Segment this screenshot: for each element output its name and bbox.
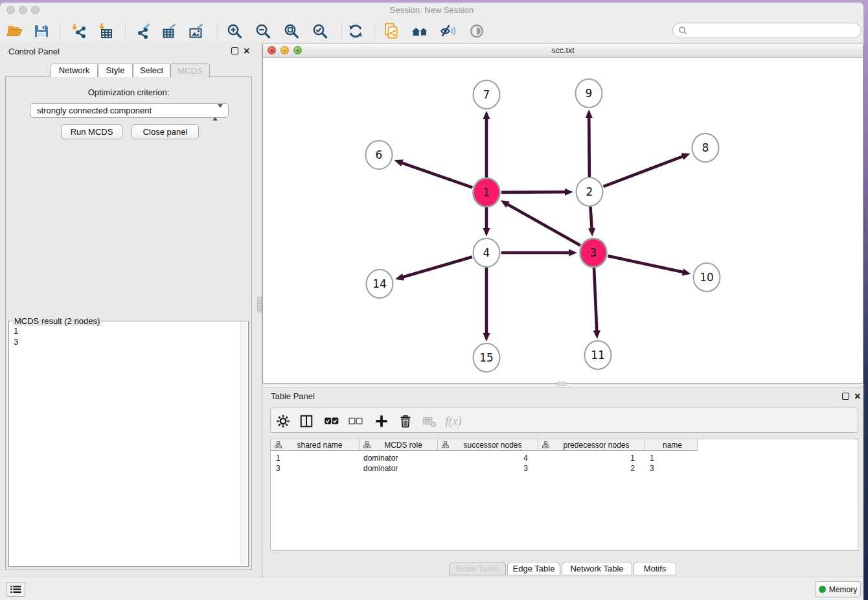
- tab-edge-table[interactable]: Edge Table: [507, 562, 560, 575]
- apply-layout-button[interactable]: [346, 21, 365, 41]
- graph-edge-1-6[interactable]: [394, 159, 473, 187]
- tab-style[interactable]: Style: [98, 63, 133, 77]
- open-session-button[interactable]: [5, 21, 24, 41]
- svg-text:3: 3: [590, 246, 597, 259]
- cell-predecessor-nodes[interactable]: 1: [538, 453, 635, 463]
- show-all-button[interactable]: [467, 21, 486, 41]
- graph-node-10[interactable]: 10: [694, 263, 720, 292]
- save-session-button[interactable]: [32, 21, 51, 41]
- show-column-panel-button[interactable]: [297, 413, 315, 430]
- graph-edge-3-1[interactable]: [501, 200, 580, 245]
- cell-shared-name[interactable]: 1: [276, 453, 357, 463]
- console-button[interactable]: [6, 582, 25, 597]
- column-header-predecessor-nodes[interactable]: predecessor nodes: [538, 439, 645, 451]
- horizontal-splitter-handle[interactable]: [557, 382, 566, 386]
- first-neighbors-button[interactable]: [410, 21, 429, 41]
- graph-node-8[interactable]: 8: [692, 133, 719, 162]
- import-network-button[interactable]: [69, 21, 89, 41]
- graph-edge-1-2[interactable]: [501, 189, 573, 196]
- graph-node-3[interactable]: 3: [580, 238, 607, 267]
- vertical-splitter-handle[interactable]: [257, 297, 262, 312]
- network-canvas[interactable]: 7968124314101511: [263, 58, 863, 383]
- cell-successor-nodes[interactable]: 4: [438, 453, 528, 463]
- float-panel-icon[interactable]: [231, 47, 238, 54]
- tab-node-table[interactable]: Node Table: [449, 562, 506, 575]
- run-mcds-button[interactable]: Run MCDS: [61, 124, 122, 139]
- column-header-mcds-role[interactable]: MCDS role: [360, 439, 438, 451]
- search-field[interactable]: [672, 23, 862, 38]
- graph-edge-3-11[interactable]: [593, 268, 600, 339]
- graph-node-9[interactable]: 9: [576, 79, 602, 108]
- cell-name[interactable]: 3: [650, 463, 695, 474]
- gray-eye-icon: [468, 23, 485, 40]
- tab-network-table[interactable]: Network Table: [562, 562, 632, 575]
- deselect-all-columns-button[interactable]: [347, 413, 365, 430]
- column-header-shared-name[interactable]: shared name: [271, 439, 360, 451]
- mcds-result-group: MCDS result (2 nodes) 1 3: [8, 321, 249, 567]
- function-builder-button[interactable]: f(x): [444, 413, 463, 430]
- graph-node-6[interactable]: 6: [366, 141, 393, 169]
- graph-edge-2-8[interactable]: [604, 153, 691, 187]
- optimization-criterion-select[interactable]: strongly connected component: [30, 103, 229, 118]
- zoom-in-button[interactable]: [225, 21, 244, 41]
- graph-node-14[interactable]: 14: [367, 270, 393, 298]
- graph-edge-1-7[interactable]: [483, 111, 490, 178]
- column-header-name[interactable]: name: [645, 439, 698, 451]
- float-table-panel-icon[interactable]: [842, 393, 849, 400]
- export-network-button[interactable]: [133, 21, 153, 41]
- cell-shared-name[interactable]: 3: [276, 463, 357, 474]
- cell-mcds-role[interactable]: dominator: [363, 453, 435, 463]
- close-panel-icon[interactable]: ×: [244, 47, 249, 55]
- graph-node-4[interactable]: 4: [474, 238, 500, 267]
- node-table[interactable]: shared name MCDS role successor nodes pr…: [270, 439, 858, 551]
- search-input[interactable]: [690, 25, 861, 36]
- table-row[interactable]: 1 dominator 4 1 1: [271, 453, 858, 463]
- zoom-selected-button[interactable]: [310, 21, 330, 41]
- graph-node-11[interactable]: 11: [585, 341, 611, 369]
- cell-mcds-role[interactable]: dominator: [363, 463, 435, 474]
- export-image-icon: [188, 23, 205, 40]
- select-all-columns-button[interactable]: [323, 413, 341, 430]
- tab-motifs[interactable]: Motifs: [634, 562, 676, 575]
- graph-edge-2-3[interactable]: [588, 207, 595, 237]
- create-column-button[interactable]: [372, 413, 391, 430]
- zoom-fit-icon: [283, 23, 300, 40]
- result-scrollbar[interactable]: [240, 322, 247, 566]
- graph-node-15[interactable]: 15: [474, 343, 500, 372]
- delete-columns-button[interactable]: [396, 413, 415, 430]
- delete-table-button[interactable]: [420, 413, 439, 430]
- cell-predecessor-nodes[interactable]: 2: [538, 463, 635, 474]
- network-graph[interactable]: 7968124314101511: [263, 58, 863, 383]
- graph-edge-1-4[interactable]: [483, 207, 490, 237]
- close-table-panel-icon[interactable]: ×: [854, 393, 860, 400]
- table-settings-button[interactable]: [274, 413, 292, 430]
- cell-name[interactable]: 1: [650, 453, 695, 463]
- zoom-out-button[interactable]: [253, 21, 273, 41]
- plus-icon: [374, 414, 389, 428]
- export-table-button[interactable]: [159, 21, 179, 41]
- graph-edge-2-9[interactable]: [586, 110, 593, 177]
- close-panel-button[interactable]: Close panel: [131, 124, 199, 139]
- tab-select[interactable]: Select: [133, 63, 170, 77]
- graph-edge-4-14[interactable]: [395, 257, 472, 280]
- column-header-successor-nodes[interactable]: successor nodes: [438, 439, 538, 451]
- network-from-selection-button[interactable]: [382, 21, 401, 41]
- memory-button[interactable]: Memory: [815, 581, 861, 597]
- control-panel: Control Panel × Network Style Select MCD…: [0, 41, 257, 577]
- graph-edge-3-10[interactable]: [608, 256, 691, 276]
- import-table-button[interactable]: [97, 21, 116, 41]
- graph-node-7[interactable]: 7: [474, 80, 500, 109]
- graph-node-2[interactable]: 2: [577, 178, 603, 206]
- tab-network[interactable]: Network: [51, 63, 98, 77]
- graph-node-1[interactable]: 1: [474, 178, 500, 207]
- tab-mcds[interactable]: MCDS: [170, 63, 210, 78]
- zoom-fit-button[interactable]: [282, 21, 301, 41]
- cell-successor-nodes[interactable]: 3: [438, 463, 528, 474]
- network-window-titlebar[interactable]: × − + scc.txt: [263, 43, 863, 58]
- export-image-button[interactable]: [187, 21, 206, 41]
- table-row[interactable]: 3 dominator 3 2 3: [271, 463, 858, 474]
- graph-edge-4-3[interactable]: [501, 249, 577, 256]
- hide-selected-button[interactable]: [439, 21, 458, 41]
- graph-edge-4-15[interactable]: [483, 268, 490, 341]
- svg-text:4: 4: [483, 246, 490, 259]
